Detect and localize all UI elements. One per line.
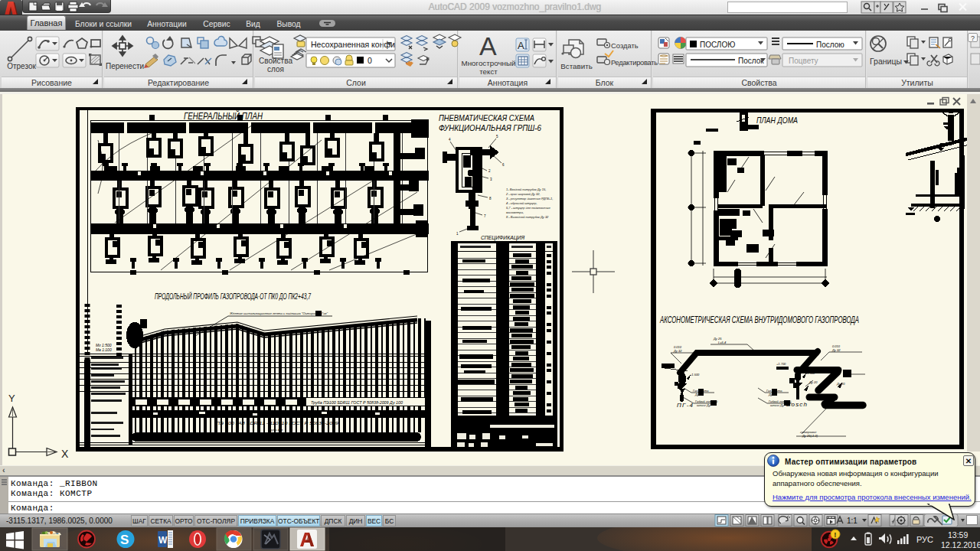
- svg-text:Ду 32: Ду 32: [673, 349, 682, 353]
- svg-text:2 - кран шаровой Ду 32,: 2 - кран шаровой Ду 32,: [505, 192, 541, 196]
- svg-text:X: X: [61, 448, 69, 460]
- svg-text:ФУНКЦИОНАЛЬНАЯ ГРПШ-6: ФУНКЦИОНАЛЬНАЯ ГРПШ-6: [439, 123, 541, 132]
- svg-text:Поцвету: Поцвету: [789, 57, 818, 65]
- svg-text:W: W: [158, 535, 168, 546]
- svg-text:A: A: [518, 40, 524, 51]
- svg-text:ПНЕВМАТИЧЕСКАЯ СХЕМА: ПНЕВМАТИЧЕСКАЯ СХЕМА: [439, 113, 534, 122]
- svg-text:Границы: Границы: [870, 57, 902, 66]
- svg-text:6: 6: [502, 163, 505, 167]
- svg-text:4 - сбросной штуцер,: 4 - сбросной штуцер,: [506, 201, 537, 205]
- svg-text:СПЕЦИФИКАЦИЯ: СПЕЦИФИКАЦИЯ: [481, 234, 524, 241]
- svg-text:ПОСЛОЮ: ПОСЛОЮ: [700, 41, 735, 49]
- svg-text:+1.500: +1.500: [805, 371, 815, 375]
- svg-text:Труба ПЭ100 SDR11 ГОСТ Р 50838: Труба ПЭ100 SDR11 ГОСТ Р 50838-2009 Ду 1…: [311, 400, 403, 405]
- svg-text:8 - Выходной патрубок Ду 32: 8 - Выходной патрубок Ду 32: [506, 215, 549, 219]
- svg-text:3 - регулятор давления РДПБ-1,: 3 - регулятор давления РДПБ-1,: [506, 197, 553, 201]
- svg-text:Послою: Послою: [816, 41, 844, 49]
- svg-text:+1.500: +1.500: [690, 373, 700, 377]
- svg-text:Y: Y: [8, 393, 15, 404]
- svg-text:Послок: Послок: [738, 57, 764, 65]
- svg-text:3: 3: [490, 178, 492, 181]
- svg-text:7: 7: [484, 214, 486, 218]
- svg-text:Ду 20: Ду 20: [808, 380, 818, 384]
- svg-text:АКСОНОМЕТРИЧЕСКАЯ СХЕМА ВНУТРИ: АКСОНОМЕТРИЧЕСКАЯ СХЕМА ВНУТРИДОМОВОГО Г…: [659, 315, 859, 325]
- svg-text:Ду 32: Ду 32: [831, 348, 841, 352]
- svg-text:13:59: 13:59: [948, 530, 968, 540]
- svg-text:ПЛАН ДОМА: ПЛАН ДОМА: [756, 116, 798, 125]
- svg-text:12.12.2016: 12.12.2016: [941, 540, 980, 549]
- svg-text:шланг Ду: шланг Ду: [697, 403, 711, 407]
- svg-text:1- Входной патрубок Ду 15,: 1- Входной патрубок Ду 15,: [506, 187, 546, 191]
- svg-text:2: 2: [488, 169, 491, 173]
- svg-text:5: 5: [496, 135, 498, 139]
- svg-text:шланг Ду: шланг Ду: [770, 403, 785, 407]
- svg-text:Мв 1:100: Мв 1:100: [96, 347, 112, 352]
- svg-text:4: 4: [449, 138, 451, 142]
- svg-text:L=5,4: L=5,4: [718, 341, 727, 344]
- svg-text:РУС: РУС: [916, 535, 933, 544]
- svg-text:Труба 4 м: Труба 4 м: [268, 428, 283, 432]
- svg-text:ПРОДОЛЬНЫЙ ПРОФИЛЬ ГАЗОПРОВОДА: ПРОДОЛЬНЫЙ ПРОФИЛЬ ГАЗОПРОВОДА·ОТ ПК0 ДО…: [155, 292, 311, 301]
- svg-text:манометра,: манометра,: [506, 210, 524, 214]
- svg-text:ПЭ 100 ГАЗ SDR 11 - 110×10 ГОС: ПЭ 100 ГАЗ SDR 11 - 110×10 ГОСТ Р 50838-…: [216, 421, 338, 425]
- svg-text:+1.700: +1.700: [776, 362, 786, 366]
- svg-text:!: !: [834, 530, 836, 539]
- svg-text:S: S: [120, 533, 129, 547]
- svg-text:ПГ-4: ПГ-4: [677, 402, 694, 409]
- svg-text:1:1: 1:1: [847, 517, 858, 525]
- svg-text:1: 1: [456, 232, 459, 236]
- svg-text:A: A: [479, 31, 497, 60]
- svg-text:8: 8: [489, 197, 492, 201]
- svg-text:0: 0: [368, 56, 372, 65]
- svg-text:5,7 - штуцер для подключения: 5,7 - штуцер для подключения: [506, 206, 551, 210]
- svg-text:Жёлтая сигнализационная лента: Жёлтая сигнализационная лента с надписью…: [229, 311, 328, 315]
- svg-text:Ду 25(-1.0): Ду 25(-1.0): [802, 434, 818, 438]
